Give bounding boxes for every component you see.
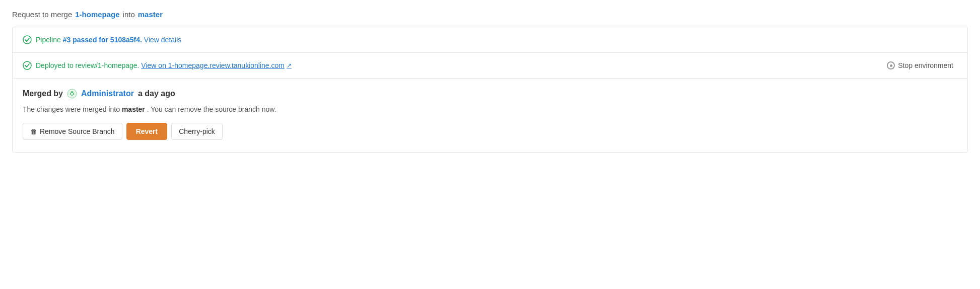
main-card: Pipeline #3 passed for 5108a5f4. View de… (12, 27, 968, 153)
svg-point-4 (70, 94, 71, 95)
view-details-link[interactable]: View details (144, 36, 181, 44)
revert-button[interactable]: Revert (126, 123, 168, 140)
pipeline-check-icon (23, 35, 32, 44)
admin-avatar (67, 89, 77, 99)
into-text: into (123, 10, 135, 19)
deploy-url-link[interactable]: View on 1-homepage.review.tanukionline.c… (141, 61, 292, 69)
svg-point-8 (73, 93, 74, 94)
deploy-row: Deployed to review/1-homepage. View on 1… (13, 53, 967, 79)
merged-branch-name: master (122, 105, 145, 113)
pipeline-text: Pipeline #3 passed for 5108a5f4. View de… (36, 36, 181, 44)
merged-section: Merged by Administrator a day ago (13, 79, 967, 152)
deploy-left: Deployed to review/1-homepage. View on 1… (23, 61, 292, 70)
source-branch-link[interactable]: 1-homepage (75, 10, 119, 19)
trash-icon: 🗑 (30, 128, 37, 135)
svg-point-7 (70, 93, 71, 94)
svg-point-5 (73, 94, 74, 95)
svg-point-6 (72, 95, 73, 96)
svg-point-1 (23, 61, 31, 69)
pipeline-link[interactable]: #3 passed for 5108a5f4. (63, 36, 142, 44)
time-ago: a day ago (138, 89, 175, 98)
remove-source-branch-button[interactable]: 🗑 Remove Source Branch (23, 123, 122, 140)
stop-icon (887, 61, 895, 69)
cherry-pick-button[interactable]: Cherry-pick (171, 123, 223, 140)
merged-by-line: Merged by Administrator a day ago (23, 89, 957, 99)
pipeline-prefix: Pipeline (36, 36, 61, 44)
deploy-text: Deployed to review/1-homepage. View on 1… (36, 61, 292, 69)
svg-point-3 (71, 91, 73, 93)
svg-point-0 (23, 36, 31, 44)
deploy-check-icon (23, 61, 32, 70)
admin-link[interactable]: Administrator (81, 89, 134, 98)
pipeline-row: Pipeline #3 passed for 5108a5f4. View de… (13, 27, 967, 53)
svg-point-2 (67, 89, 77, 98)
merge-description: The changes were merged into master . Yo… (23, 104, 957, 115)
request-prefix: Request to merge (12, 10, 72, 19)
external-link-icon: ↗ (287, 62, 292, 69)
stop-environment-button[interactable]: Stop environment (883, 61, 957, 69)
request-to-merge-header: Request to merge 1-homepage into master (12, 10, 968, 19)
action-buttons: 🗑 Remove Source Branch Revert Cherry-pic… (23, 123, 957, 140)
target-branch-link[interactable]: master (138, 10, 163, 19)
merged-by-prefix: Merged by (23, 89, 63, 98)
